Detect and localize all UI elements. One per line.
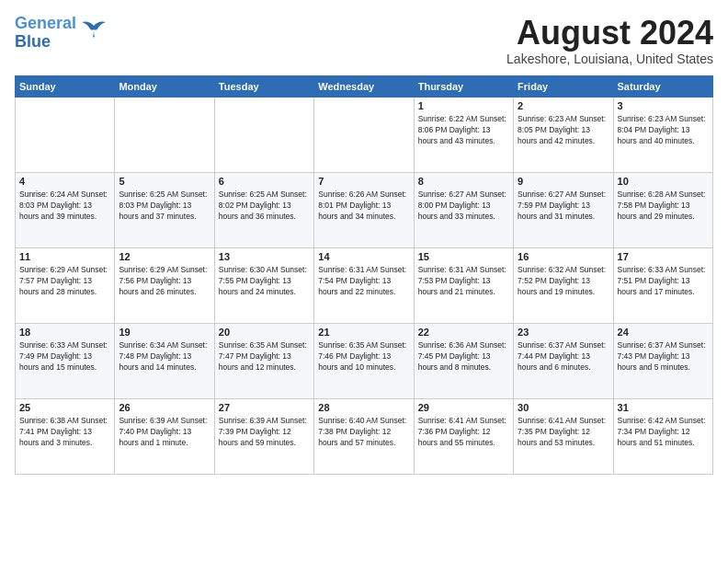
day-info: Sunrise: 6:40 AM Sunset: 7:38 PM Dayligh… (318, 415, 409, 449)
day-info: Sunrise: 6:28 AM Sunset: 7:58 PM Dayligh… (618, 189, 709, 223)
calendar-cell: 19Sunrise: 6:34 AM Sunset: 7:48 PM Dayli… (115, 323, 214, 398)
calendar-cell: 31Sunrise: 6:42 AM Sunset: 7:34 PM Dayli… (613, 398, 712, 474)
calendar-cell: 13Sunrise: 6:30 AM Sunset: 7:55 PM Dayli… (214, 247, 313, 323)
col-sunday: Sunday (16, 75, 115, 97)
calendar-week-row: 4Sunrise: 6:24 AM Sunset: 8:03 PM Daylig… (16, 172, 713, 247)
page-header: General Blue August 2024 Lakeshore, Loui… (15, 15, 713, 66)
day-number: 26 (119, 402, 210, 413)
calendar-cell: 5Sunrise: 6:25 AM Sunset: 8:03 PM Daylig… (115, 172, 214, 247)
calendar-cell: 6Sunrise: 6:25 AM Sunset: 8:02 PM Daylig… (214, 172, 313, 247)
day-number: 30 (518, 402, 609, 413)
calendar-cell: 27Sunrise: 6:39 AM Sunset: 7:39 PM Dayli… (214, 398, 313, 474)
calendar-cell: 17Sunrise: 6:33 AM Sunset: 7:51 PM Dayli… (613, 247, 712, 323)
day-number: 10 (618, 176, 709, 187)
month-year-title: August 2024 (506, 15, 713, 52)
day-info: Sunrise: 6:30 AM Sunset: 7:55 PM Dayligh… (219, 264, 310, 298)
calendar-cell: 23Sunrise: 6:37 AM Sunset: 7:44 PM Dayli… (514, 323, 613, 398)
day-number: 29 (418, 402, 509, 413)
day-number: 12 (119, 251, 210, 262)
logo-bird-icon (80, 18, 108, 39)
day-info: Sunrise: 6:37 AM Sunset: 7:44 PM Dayligh… (518, 339, 609, 373)
day-number: 15 (418, 251, 509, 262)
day-number: 17 (618, 251, 709, 262)
title-section: August 2024 Lakeshore, Louisiana, United… (506, 15, 713, 66)
day-info: Sunrise: 6:26 AM Sunset: 8:01 PM Dayligh… (318, 189, 409, 223)
day-info: Sunrise: 6:33 AM Sunset: 7:51 PM Dayligh… (618, 264, 709, 298)
day-number: 28 (318, 402, 409, 413)
calendar-cell: 3Sunrise: 6:23 AM Sunset: 8:04 PM Daylig… (613, 97, 712, 172)
calendar-cell: 29Sunrise: 6:41 AM Sunset: 7:36 PM Dayli… (414, 398, 513, 474)
calendar-cell: 11Sunrise: 6:29 AM Sunset: 7:57 PM Dayli… (16, 247, 115, 323)
day-number: 22 (418, 327, 509, 338)
calendar-cell: 30Sunrise: 6:41 AM Sunset: 7:35 PM Dayli… (514, 398, 613, 474)
calendar-cell (16, 97, 115, 172)
day-info: Sunrise: 6:41 AM Sunset: 7:36 PM Dayligh… (418, 415, 509, 449)
day-number: 20 (219, 327, 310, 338)
col-saturday: Saturday (613, 75, 712, 97)
day-info: Sunrise: 6:31 AM Sunset: 7:54 PM Dayligh… (318, 264, 409, 298)
day-number: 25 (19, 402, 110, 413)
day-info: Sunrise: 6:41 AM Sunset: 7:35 PM Dayligh… (518, 415, 609, 449)
day-number: 1 (418, 100, 509, 111)
day-number: 5 (119, 176, 210, 187)
calendar-cell: 21Sunrise: 6:35 AM Sunset: 7:46 PM Dayli… (314, 323, 414, 398)
calendar-cell: 16Sunrise: 6:32 AM Sunset: 7:52 PM Dayli… (514, 247, 613, 323)
day-number: 16 (518, 251, 609, 262)
day-info: Sunrise: 6:24 AM Sunset: 8:03 PM Dayligh… (19, 189, 110, 223)
col-monday: Monday (115, 75, 214, 97)
calendar-cell: 25Sunrise: 6:38 AM Sunset: 7:41 PM Dayli… (16, 398, 115, 474)
day-number: 19 (119, 327, 210, 338)
logo-general: General (15, 14, 76, 32)
day-number: 11 (19, 251, 110, 262)
col-tuesday: Tuesday (214, 75, 313, 97)
calendar-cell: 1Sunrise: 6:22 AM Sunset: 8:06 PM Daylig… (414, 97, 513, 172)
location-subtitle: Lakeshore, Louisiana, United States (506, 52, 713, 66)
day-info: Sunrise: 6:29 AM Sunset: 7:56 PM Dayligh… (119, 264, 210, 298)
day-number: 2 (518, 100, 609, 111)
day-info: Sunrise: 6:38 AM Sunset: 7:41 PM Dayligh… (19, 415, 110, 449)
calendar-cell: 28Sunrise: 6:40 AM Sunset: 7:38 PM Dayli… (314, 398, 414, 474)
col-thursday: Thursday (414, 75, 513, 97)
day-number: 14 (318, 251, 409, 262)
calendar-cell: 7Sunrise: 6:26 AM Sunset: 8:01 PM Daylig… (314, 172, 414, 247)
day-info: Sunrise: 6:39 AM Sunset: 7:39 PM Dayligh… (219, 415, 310, 449)
logo: General Blue (15, 15, 108, 52)
day-number: 13 (219, 251, 310, 262)
calendar-cell: 8Sunrise: 6:27 AM Sunset: 8:00 PM Daylig… (414, 172, 513, 247)
calendar-cell: 22Sunrise: 6:36 AM Sunset: 7:45 PM Dayli… (414, 323, 513, 398)
day-number: 18 (19, 327, 110, 338)
day-info: Sunrise: 6:33 AM Sunset: 7:49 PM Dayligh… (19, 339, 110, 373)
calendar-week-row: 1Sunrise: 6:22 AM Sunset: 8:06 PM Daylig… (16, 97, 713, 172)
day-number: 31 (618, 402, 709, 413)
day-info: Sunrise: 6:27 AM Sunset: 8:00 PM Dayligh… (418, 189, 509, 223)
day-info: Sunrise: 6:25 AM Sunset: 8:02 PM Dayligh… (219, 189, 310, 223)
calendar-cell (115, 97, 214, 172)
logo-text: General Blue (15, 15, 76, 52)
calendar-cell (214, 97, 313, 172)
col-friday: Friday (514, 75, 613, 97)
calendar-cell: 20Sunrise: 6:35 AM Sunset: 7:47 PM Dayli… (214, 323, 313, 398)
day-info: Sunrise: 6:39 AM Sunset: 7:40 PM Dayligh… (119, 415, 210, 449)
calendar-cell: 10Sunrise: 6:28 AM Sunset: 7:58 PM Dayli… (613, 172, 712, 247)
day-number: 3 (618, 100, 709, 111)
day-info: Sunrise: 6:36 AM Sunset: 7:45 PM Dayligh… (418, 339, 509, 373)
calendar-cell: 9Sunrise: 6:27 AM Sunset: 7:59 PM Daylig… (514, 172, 613, 247)
calendar-table: Sunday Monday Tuesday Wednesday Thursday… (15, 75, 713, 475)
day-number: 7 (318, 176, 409, 187)
day-info: Sunrise: 6:25 AM Sunset: 8:03 PM Dayligh… (119, 189, 210, 223)
day-info: Sunrise: 6:31 AM Sunset: 7:53 PM Dayligh… (418, 264, 509, 298)
calendar-cell: 2Sunrise: 6:23 AM Sunset: 8:05 PM Daylig… (514, 97, 613, 172)
calendar-cell: 12Sunrise: 6:29 AM Sunset: 7:56 PM Dayli… (115, 247, 214, 323)
day-info: Sunrise: 6:27 AM Sunset: 7:59 PM Dayligh… (518, 189, 609, 223)
col-wednesday: Wednesday (314, 75, 414, 97)
calendar-cell: 26Sunrise: 6:39 AM Sunset: 7:40 PM Dayli… (115, 398, 214, 474)
day-number: 24 (618, 327, 709, 338)
day-number: 21 (318, 327, 409, 338)
day-info: Sunrise: 6:22 AM Sunset: 8:06 PM Dayligh… (418, 113, 509, 147)
calendar-cell: 4Sunrise: 6:24 AM Sunset: 8:03 PM Daylig… (16, 172, 115, 247)
calendar-week-row: 25Sunrise: 6:38 AM Sunset: 7:41 PM Dayli… (16, 398, 713, 474)
day-number: 27 (219, 402, 310, 413)
day-number: 23 (518, 327, 609, 338)
day-number: 8 (418, 176, 509, 187)
calendar-cell: 15Sunrise: 6:31 AM Sunset: 7:53 PM Dayli… (414, 247, 513, 323)
